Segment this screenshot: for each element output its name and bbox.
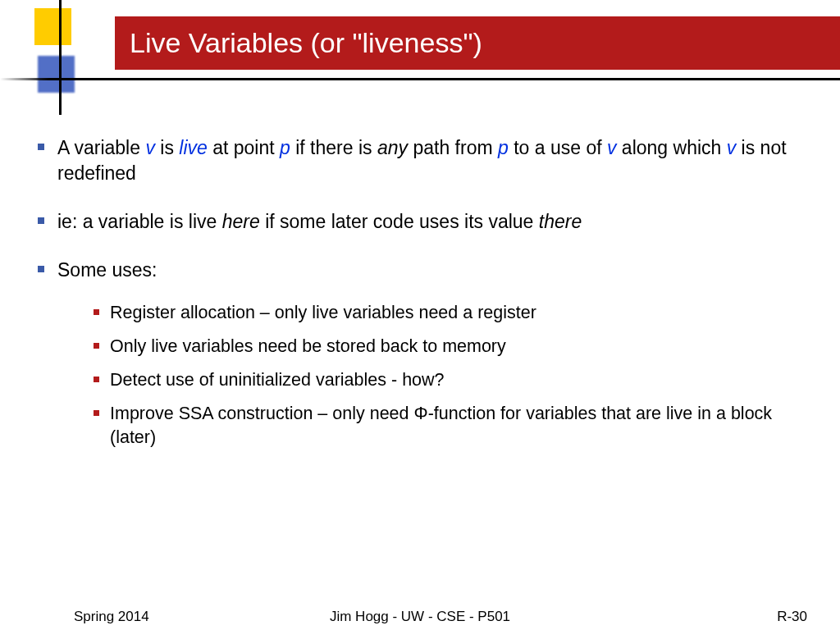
slide-body: A variable v is live at point p if there…: [33, 135, 815, 472]
corner-yellow-square: [34, 8, 71, 45]
term-there: there: [539, 211, 582, 232]
slide-title-bar: Live Variables (or "liveness"): [115, 16, 840, 70]
text: at point: [208, 137, 280, 158]
var-p: p: [280, 137, 290, 158]
text: along which: [616, 137, 726, 158]
horizontal-rule: [0, 78, 840, 80]
corner-blue-square: [38, 56, 75, 93]
text: to a use of: [509, 137, 607, 158]
bullet-item-uses: Some uses: Register allocation – only li…: [33, 258, 815, 450]
text: Only live variables need be stored back …: [110, 336, 506, 356]
bullet-item: ie: a variable is live here if some late…: [33, 209, 815, 235]
sub-bullet-item: Register allocation – only live variable…: [89, 301, 815, 325]
text: Improve SSA construction – only need Φ-f…: [110, 404, 772, 447]
text: Some uses:: [57, 259, 157, 281]
text: A variable: [57, 137, 145, 158]
vertical-rule: [59, 0, 62, 115]
term-here: here: [222, 211, 260, 232]
text: Register allocation – only live variable…: [110, 303, 536, 322]
text: is: [155, 137, 179, 158]
bullet-item: A variable v is live at point p if there…: [33, 135, 815, 186]
footer-page-number: R-30: [777, 609, 807, 625]
text: ie: a variable is live: [57, 211, 222, 232]
term-live: live: [179, 137, 208, 158]
text: Detect use of uninitialized variables - …: [110, 370, 445, 390]
sub-bullet-list: Register allocation – only live variable…: [89, 301, 815, 450]
sub-bullet-item: Detect use of uninitialized variables - …: [89, 368, 815, 392]
text: if there is: [290, 137, 377, 158]
sub-bullet-item: Improve SSA construction – only need Φ-f…: [89, 402, 815, 450]
text: path from: [408, 137, 498, 158]
term-any: any: [377, 137, 408, 158]
var-v: v: [607, 137, 617, 158]
var-v: v: [727, 137, 737, 158]
var-p: p: [498, 137, 509, 158]
var-v: v: [145, 137, 155, 158]
slide-title: Live Variables (or "liveness"): [130, 27, 482, 59]
bullet-list: A variable v is live at point p if there…: [33, 135, 815, 450]
sub-bullet-item: Only live variables need be stored back …: [89, 335, 815, 358]
footer-author: Jim Hogg - UW - CSE - P501: [0, 609, 840, 625]
text: if some later code uses its value: [260, 211, 539, 232]
